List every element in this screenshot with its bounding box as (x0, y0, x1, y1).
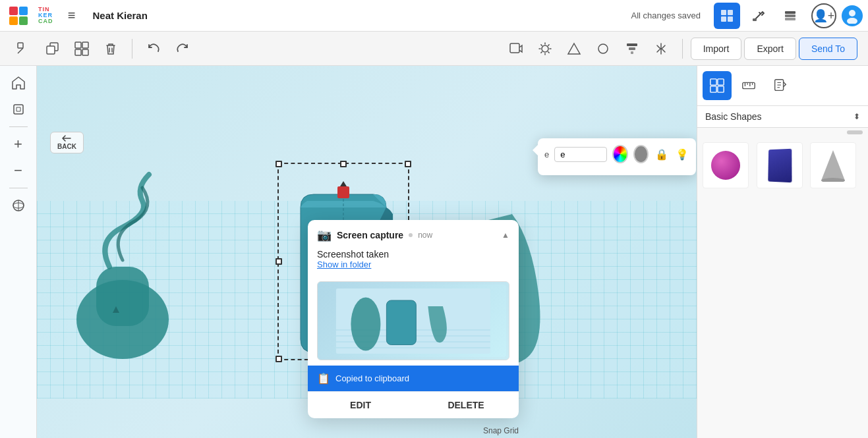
snap-grid-label: Snap Grid (483, 426, 519, 435)
viewport[interactable]: BACK (37, 66, 697, 438)
light-button[interactable] (532, 36, 558, 62)
svg-rect-17 (510, 43, 519, 53)
back-button[interactable]: BACK (50, 132, 84, 153)
notification-thumbnail (317, 281, 509, 360)
svg-rect-0 (721, 10, 726, 15)
gray-swatch[interactable] (633, 145, 649, 163)
svg-rect-21 (627, 43, 637, 46)
svg-point-9 (847, 18, 857, 24)
color-popover: e e 🔒 💡 (538, 138, 696, 175)
svg-rect-44 (710, 86, 716, 92)
notes-tab[interactable] (766, 71, 795, 100)
svg-point-8 (849, 10, 855, 16)
svg-marker-19 (568, 43, 580, 54)
color-input-field[interactable]: e (554, 147, 607, 162)
duplicate-button[interactable] (40, 36, 66, 62)
lock-color-button[interactable]: 🔒 (654, 145, 669, 163)
svg-rect-3 (728, 16, 733, 22)
layers-button[interactable] (777, 3, 803, 29)
user-avatar[interactable] (842, 5, 863, 26)
toolbar-right: Import Export Send To (503, 36, 857, 62)
save-status: All changes saved (631, 11, 701, 20)
zoom-in-button[interactable]: + (7, 132, 30, 156)
copied-label: Copied to clipboard (335, 373, 409, 383)
svg-rect-12 (47, 46, 55, 54)
svg-rect-14 (82, 42, 88, 48)
notification-body: Screenshot taken Show in folder (308, 246, 519, 276)
align-button[interactable] (619, 36, 645, 62)
svg-marker-33 (340, 181, 347, 186)
shape-box[interactable] (757, 142, 803, 188)
svg-point-40 (351, 297, 380, 350)
home-view-button[interactable] (7, 71, 30, 95)
edit-button[interactable]: EDIT (308, 392, 413, 418)
canvas-area: + − (0, 66, 868, 438)
undo-button[interactable] (140, 36, 167, 62)
svg-rect-7 (785, 18, 796, 20)
svg-rect-43 (718, 79, 724, 85)
svg-rect-2 (721, 16, 726, 22)
svg-rect-24 (14, 105, 23, 114)
handle-tm[interactable] (340, 161, 347, 167)
shapes-dropdown-arrow: ⬍ (854, 112, 860, 121)
rainbow-swatch[interactable] (612, 145, 628, 163)
bg-shape-left (57, 161, 188, 372)
notification-chevron[interactable]: ▲ (502, 231, 509, 240)
notification-title: Screenshot taken (317, 249, 509, 260)
toolbar: Import Export Send To (0, 32, 868, 66)
fit-view-button[interactable] (7, 97, 30, 121)
clipboard-icon: 📋 (317, 372, 330, 385)
delete-button[interactable] (98, 36, 124, 62)
svg-rect-1 (728, 10, 733, 15)
handle-tr[interactable] (405, 161, 411, 167)
svg-rect-6 (785, 14, 796, 17)
zoom-out-button[interactable]: − (7, 159, 30, 182)
left-panel: + − (0, 66, 37, 438)
svg-rect-46 (743, 82, 755, 88)
copied-to-clipboard-bar: 📋 Copied to clipboard (308, 366, 519, 391)
screen-capture-icon: 📷 (317, 228, 332, 242)
export-button[interactable]: Export (744, 38, 796, 60)
redo-button[interactable] (169, 36, 196, 62)
shapes-grid (697, 137, 868, 194)
svg-point-20 (598, 44, 608, 53)
annotate-button[interactable] (503, 36, 529, 62)
tools-button[interactable] (745, 3, 772, 29)
svg-rect-10 (18, 43, 23, 48)
svg-rect-45 (718, 86, 724, 92)
import-button[interactable]: Import (691, 38, 742, 60)
nav-menu-button[interactable]: ≡ (59, 3, 85, 29)
back-label: BACK (57, 143, 76, 150)
workplane-button[interactable] (11, 36, 37, 62)
right-panel-tabs (697, 66, 868, 106)
group-button[interactable] (69, 36, 95, 62)
shape-cone[interactable] (810, 142, 856, 188)
add-user-button[interactable]: 👤+ (811, 3, 836, 28)
top-bar: TIN KER CAD ≡ Neat Kieran All changes sa… (0, 0, 868, 32)
notification-actions: EDIT DELETE (308, 391, 519, 418)
svg-rect-4 (753, 18, 757, 21)
visibility-button[interactable]: 💡 (674, 145, 689, 163)
circle-button[interactable] (590, 36, 616, 62)
view-3d-button[interactable] (714, 3, 740, 29)
svg-rect-32 (337, 186, 349, 198)
shape-sphere[interactable] (703, 142, 749, 188)
show-folder-link[interactable]: Show in folder (317, 260, 509, 269)
ruler-tab[interactable] (734, 71, 763, 100)
notification-header: 📷 Screen capture now ▲ (308, 220, 519, 246)
notification-popup: 📷 Screen capture now ▲ Screenshot taken … (308, 220, 519, 418)
svg-rect-5 (785, 11, 796, 14)
svg-rect-16 (82, 49, 88, 55)
shapes-tab[interactable] (703, 71, 732, 100)
send-to-button[interactable]: Send To (799, 38, 857, 60)
mirror-button[interactable] (648, 36, 674, 62)
shape-button[interactable] (561, 36, 587, 62)
handle-tl[interactable] (275, 161, 282, 167)
svg-rect-42 (710, 79, 716, 85)
shapes-dropdown[interactable]: Basic Shapes ⬍ (697, 106, 868, 128)
right-panel: Basic Shapes ⬍ (697, 66, 868, 438)
delete-button[interactable]: DELETE (413, 392, 519, 418)
svg-rect-15 (75, 49, 81, 55)
tinkercad-logo[interactable] (5, 3, 32, 29)
orient-button[interactable] (7, 194, 30, 217)
